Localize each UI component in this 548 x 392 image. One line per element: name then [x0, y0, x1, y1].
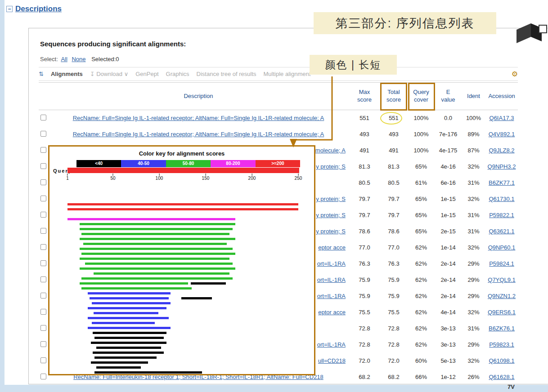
- accession-link[interactable]: Q61098.1: [489, 357, 514, 364]
- download-icon: ↧: [90, 71, 95, 77]
- row-checkbox[interactable]: [40, 115, 46, 120]
- cell-ident: 31%: [462, 207, 485, 223]
- query-bar: [67, 168, 299, 173]
- header-description[interactable]: Description: [48, 83, 349, 110]
- description-link[interactable]: y protein; S: [316, 228, 346, 235]
- cell-max-score: 75.9: [349, 288, 380, 304]
- alignment-bar-segment: [67, 218, 235, 220]
- cell-query-cover: 65%: [408, 207, 435, 223]
- alignment-bar-segment: [94, 312, 158, 314]
- results-toolbar: ⇅ Alignments ↧ Download ∨ GenPept Graphi…: [39, 67, 518, 81]
- cell-e-value: 2e-14: [435, 256, 462, 272]
- description-link[interactable]: RecName: Full=Single Ig IL-1-related rec…: [73, 131, 324, 138]
- cell-total-score: 79.7: [380, 191, 408, 207]
- accession-link[interactable]: Q63621.1: [489, 228, 514, 235]
- description-link[interactable]: ort=IL-1RA: [317, 341, 346, 348]
- axis-tick: 150: [202, 174, 210, 181]
- cell-ident: 32%: [462, 304, 485, 321]
- description-link[interactable]: y protein; S: [316, 163, 346, 170]
- accession-link[interactable]: Q9NZN1.2: [488, 293, 516, 299]
- description-link[interactable]: ort=IL-1RA: [317, 293, 346, 299]
- select-label: Select:: [40, 56, 58, 62]
- row-checkbox[interactable]: [40, 212, 46, 218]
- alignments-button[interactable]: Alignments: [51, 71, 83, 77]
- accession-link[interactable]: B6ZK76.1: [489, 325, 515, 332]
- description-link[interactable]: ull=CD218: [318, 357, 346, 364]
- settings-gear-icon[interactable]: ⚙: [512, 70, 518, 78]
- color-key-title: Color key for alignment scores: [49, 150, 314, 157]
- alignment-bar-segment: [85, 263, 233, 265]
- row-checkbox[interactable]: [40, 260, 46, 266]
- accession-link[interactable]: Q9ERS6.1: [488, 309, 516, 316]
- accession-link[interactable]: Q61730.1: [489, 196, 514, 202]
- table-row: RecName: Full=Single Ig IL-1-related rec…: [39, 126, 518, 143]
- cell-max-score: 77.0: [349, 240, 380, 256]
- accession-link[interactable]: B6ZK77.1: [489, 179, 515, 186]
- accession-link[interactable]: Q9NPH3.2: [488, 163, 516, 170]
- bottom-margin-strip: [0, 385, 548, 392]
- header-max-score[interactable]: Maxscore: [349, 83, 380, 110]
- description-link[interactable]: y protein; S: [316, 196, 346, 202]
- cell-e-value: 1e-14: [435, 240, 462, 256]
- description-link[interactable]: y protein; S: [316, 212, 346, 218]
- accession-link[interactable]: P59824.1: [489, 260, 514, 267]
- distance-tree-button[interactable]: Distance tree of results: [197, 71, 256, 77]
- row-checkbox[interactable]: [40, 276, 46, 282]
- description-link[interactable]: ort=IL-1RA: [317, 260, 346, 267]
- collapse-minus-icon[interactable]: −: [6, 6, 13, 12]
- alignment-bar-segment: [96, 347, 161, 349]
- row-checkbox[interactable]: [40, 357, 46, 363]
- genpept-button[interactable]: GenPept: [135, 71, 158, 77]
- header-accession[interactable]: Accession: [485, 83, 518, 110]
- description-link[interactable]: ort=IL-1RA: [317, 276, 346, 283]
- select-all-link[interactable]: All: [61, 56, 67, 62]
- row-checkbox[interactable]: [40, 244, 46, 250]
- cell-query-cover: 62%: [408, 272, 435, 288]
- accession-link[interactable]: Q61628.1: [489, 374, 514, 380]
- accession-link[interactable]: P59822.1: [489, 212, 514, 218]
- accession-link[interactable]: Q9NP60.1: [488, 244, 516, 251]
- row-checkbox[interactable]: [40, 309, 46, 315]
- cell-ident: 32%: [462, 353, 485, 369]
- row-checkbox[interactable]: [40, 228, 46, 234]
- row-checkbox[interactable]: [40, 196, 46, 201]
- row-checkbox[interactable]: [40, 374, 46, 379]
- cell-query-cover: 60%: [408, 353, 435, 369]
- description-link[interactable]: molecule; A: [315, 147, 346, 154]
- cell-e-value: 4e-175: [435, 143, 462, 159]
- header-e-value[interactable]: Evalue: [435, 83, 462, 110]
- axis-tick: 50: [110, 174, 115, 181]
- cell-query-cover: 62%: [408, 288, 435, 304]
- download-group[interactable]: ↧ Download ∨: [90, 71, 129, 77]
- description-link[interactable]: eptor acce: [318, 309, 346, 316]
- accession-link[interactable]: Q9JLZ8.2: [489, 147, 514, 154]
- cell-e-value: 4e-16: [435, 159, 462, 175]
- row-checkbox[interactable]: [40, 163, 46, 169]
- alignment-bar-segment: [67, 208, 298, 210]
- description-link[interactable]: eptor acce: [318, 244, 346, 251]
- alignment-bar-segment: [80, 282, 188, 285]
- row-checkbox[interactable]: [40, 179, 46, 185]
- accession-link[interactable]: Q6IA17.3: [490, 115, 514, 121]
- multiple-alignment-button[interactable]: Multiple alignment: [264, 71, 311, 77]
- row-checkbox[interactable]: [40, 325, 46, 331]
- alignment-bar-segment: [80, 248, 233, 250]
- cell-ident: 31%: [462, 175, 485, 191]
- select-none-link[interactable]: None: [72, 56, 85, 62]
- cell-max-score: 76.3: [349, 256, 380, 272]
- accession-link[interactable]: P59823.1: [489, 341, 514, 348]
- row-checkbox[interactable]: [40, 341, 46, 347]
- cell-ident: 29%: [462, 256, 485, 272]
- cell-total-score: 78.6: [380, 223, 408, 240]
- graphics-button[interactable]: Graphics: [166, 71, 189, 77]
- accession-link[interactable]: Q4V892.1: [489, 131, 515, 138]
- description-link[interactable]: RecName: Full=Single Ig IL-1-related rec…: [73, 115, 324, 121]
- row-checkbox[interactable]: [40, 293, 46, 298]
- significant-alignments-heading: Sequences producing significant alignmen…: [40, 40, 186, 48]
- row-checkbox[interactable]: [40, 147, 46, 153]
- descriptions-link[interactable]: Descriptions: [15, 4, 62, 13]
- accession-link[interactable]: Q7YQL9.1: [488, 276, 515, 283]
- row-checkbox[interactable]: [40, 131, 46, 137]
- alignment-bar-segment: [96, 366, 141, 369]
- header-ident[interactable]: Ident: [462, 83, 485, 110]
